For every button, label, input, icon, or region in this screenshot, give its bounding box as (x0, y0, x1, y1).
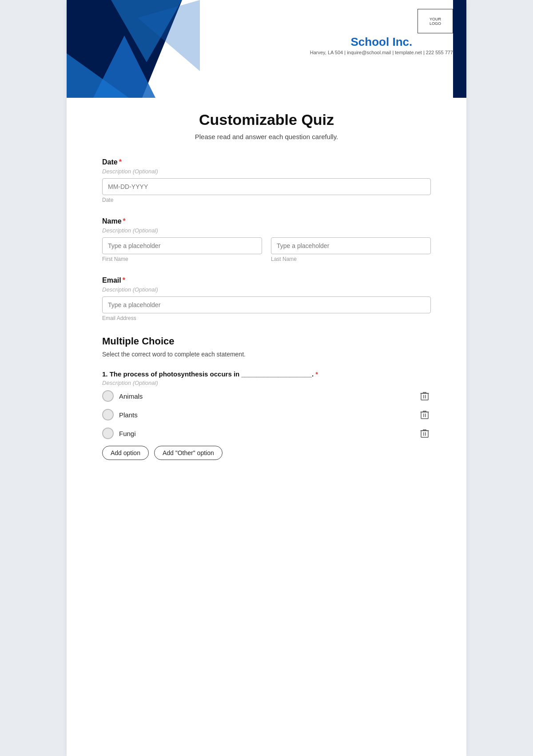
first-name-col: First Name (102, 237, 262, 262)
last-name-hint: Last Name (271, 256, 431, 262)
option-row-3: Fungi (102, 427, 431, 440)
add-other-option-button[interactable]: Add "Other" option (154, 446, 223, 460)
delete-animals-button[interactable] (418, 390, 431, 402)
svg-rect-7 (421, 431, 428, 437)
date-input[interactable] (102, 178, 431, 195)
multiple-choice-section: Multiple Choice Select the correct word … (102, 336, 431, 460)
header-right-bar (453, 0, 466, 98)
email-section: Email* Description (Optional) Email Addr… (102, 276, 431, 321)
date-required: * (119, 158, 122, 166)
name-required: * (123, 217, 126, 225)
first-name-hint: First Name (102, 256, 262, 262)
option-row-2: Plants (102, 408, 431, 421)
option-left-2: Plants (102, 409, 138, 420)
date-label: Date* (102, 158, 431, 166)
question-1-description: Description (Optional) (102, 380, 431, 386)
quiz-subtitle: Please read and answer each question car… (102, 133, 431, 140)
add-option-button[interactable]: Add option (102, 446, 149, 460)
radio-plants[interactable] (102, 409, 114, 420)
header-decoration (67, 0, 222, 98)
main-content: Customizable Quiz Please read and answer… (67, 98, 466, 501)
option-text-plants: Plants (119, 411, 138, 419)
delete-plants-button[interactable] (418, 408, 431, 421)
option-text-animals: Animals (119, 392, 143, 400)
add-buttons-row: Add option Add "Other" option (102, 446, 431, 460)
email-hint: Email Address (102, 315, 431, 321)
svg-rect-5 (421, 393, 428, 400)
radio-fungi[interactable] (102, 428, 114, 439)
email-description: Description (Optional) (102, 286, 431, 293)
option-text-fungi: Fungi (119, 430, 136, 437)
school-info: Harvey, LA 504 | inquire@school.mail | t… (310, 50, 453, 55)
svg-rect-6 (421, 412, 428, 419)
last-name-col: Last Name (271, 237, 431, 262)
section-desc: Select the correct word to complete each… (102, 351, 431, 358)
page: YOUR LOGO School Inc. Harvey, LA 504 | i… (67, 0, 466, 756)
date-description: Description (Optional) (102, 168, 431, 175)
delete-fungi-button[interactable] (418, 427, 431, 440)
name-label: Name* (102, 217, 431, 225)
name-section: Name* Description (Optional) First Name … (102, 217, 431, 262)
option-row-1: Animals (102, 390, 431, 402)
email-label: Email* (102, 276, 431, 284)
logo-line2: LOGO (430, 21, 441, 26)
radio-animals[interactable] (102, 390, 114, 402)
logo-line1: YOUR (430, 17, 441, 21)
header: YOUR LOGO School Inc. Harvey, LA 504 | i… (67, 0, 466, 98)
option-left-3: Fungi (102, 428, 136, 439)
school-name: School Inc. (310, 35, 453, 49)
last-name-input[interactable] (271, 237, 431, 254)
first-name-input[interactable] (102, 237, 262, 254)
question-1-label: 1. The process of photosynthesis occurs … (102, 370, 431, 378)
date-section: Date* Description (Optional) Date (102, 158, 431, 203)
date-hint: Date (102, 197, 431, 203)
name-row: First Name Last Name (102, 237, 431, 262)
name-description: Description (Optional) (102, 227, 431, 234)
question-1: 1. The process of photosynthesis occurs … (102, 370, 431, 460)
email-input[interactable] (102, 296, 431, 313)
header-logo-area: YOUR LOGO School Inc. Harvey, LA 504 | i… (310, 9, 453, 55)
email-required: * (123, 276, 125, 284)
quiz-title: Customizable Quiz (102, 111, 431, 128)
question-1-required: * (315, 370, 318, 378)
logo-box: YOUR LOGO (418, 9, 453, 33)
option-left-1: Animals (102, 390, 143, 402)
section-heading: Multiple Choice (102, 336, 431, 347)
